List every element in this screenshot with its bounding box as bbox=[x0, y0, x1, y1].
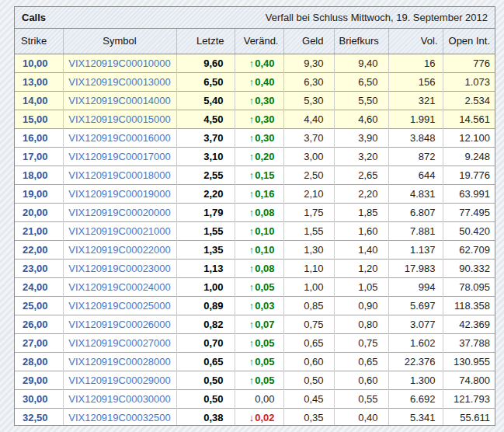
options-chain-table: Calls Verfall bei Schluss Mittwoch, 19. … bbox=[14, 6, 495, 426]
open-interest-cell: 118.358 bbox=[443, 296, 495, 315]
bid-cell: 0,85 bbox=[283, 296, 334, 315]
strike-cell[interactable]: 22,00 bbox=[15, 240, 63, 259]
open-interest-cell: 19.776 bbox=[443, 165, 495, 184]
strike-cell[interactable]: 30,00 bbox=[15, 389, 63, 408]
strike-cell[interactable]: 28,00 bbox=[15, 352, 63, 371]
bid-cell: 0,65 bbox=[283, 333, 334, 352]
volume-cell: 6.807 bbox=[388, 203, 443, 221]
ask-cell: 3,90 bbox=[334, 128, 388, 147]
open-interest-cell: 1.073 bbox=[443, 72, 495, 91]
symbol-link[interactable]: VIX120919C00032500 bbox=[63, 408, 176, 426]
column-header-open-int: Open Int. bbox=[443, 29, 495, 54]
last-price-cell: 2,20 bbox=[176, 184, 235, 203]
calls-title: Calls bbox=[22, 12, 46, 23]
last-price-cell: 3,70 bbox=[176, 128, 235, 147]
symbol-link[interactable]: VIX120919C00017000 bbox=[63, 147, 176, 165]
strike-cell[interactable]: 27,00 bbox=[15, 333, 63, 352]
change-value: 0,08 bbox=[255, 207, 274, 218]
volume-cell: 4.831 bbox=[388, 184, 443, 203]
change-cell: ↑0,16 bbox=[235, 184, 283, 203]
volume-cell: 1.137 bbox=[388, 240, 443, 259]
change-arrow-icon: ↑ bbox=[249, 151, 255, 162]
change-value: 0,02 bbox=[255, 412, 274, 423]
strike-cell[interactable]: 13,00 bbox=[15, 72, 63, 91]
last-price-cell: 0,70 bbox=[176, 333, 235, 352]
volume-cell: 1.602 bbox=[388, 333, 443, 352]
symbol-link[interactable]: VIX120919C00024000 bbox=[63, 277, 176, 296]
change-value: 0,30 bbox=[255, 95, 274, 106]
symbol-link[interactable]: VIX120919C00025000 bbox=[63, 296, 176, 315]
bid-cell: 0,45 bbox=[283, 389, 334, 408]
bid-cell: 1,55 bbox=[283, 221, 334, 240]
change-cell: ↑0,40 bbox=[235, 54, 283, 72]
volume-cell: 644 bbox=[388, 165, 443, 184]
option-row: 20,00 VIX120919C00020000 1,79 ↑0,08 1,75… bbox=[15, 203, 495, 221]
symbol-link[interactable]: VIX120919C00029000 bbox=[63, 371, 176, 389]
strike-cell[interactable]: 26,00 bbox=[15, 315, 63, 333]
symbol-link[interactable]: VIX120919C00013000 bbox=[63, 72, 176, 91]
change-arrow-icon: ↑ bbox=[249, 281, 255, 293]
column-header-letzte: Letzte bbox=[176, 29, 235, 54]
strike-cell[interactable]: 19,00 bbox=[15, 184, 63, 203]
option-row: 26,00 VIX120919C00026000 0,82 ↑0,07 0,75… bbox=[15, 315, 495, 333]
change-arrow-icon: ↑ bbox=[249, 375, 255, 386]
ask-cell: 0,65 bbox=[334, 352, 388, 371]
last-price-cell: 9,60 bbox=[176, 54, 235, 72]
change-arrow-icon: ↑ bbox=[249, 169, 255, 181]
change-arrow-icon: ↑ bbox=[249, 132, 255, 144]
option-row: 15,00 VIX120919C00015000 4,50 ↑0,30 4,40… bbox=[15, 110, 495, 128]
strike-cell[interactable]: 32,50 bbox=[15, 408, 63, 426]
symbol-link[interactable]: VIX120919C00027000 bbox=[63, 333, 176, 352]
change-cell: ↑0,05 bbox=[235, 333, 283, 352]
symbol-link[interactable]: VIX120919C00010000 bbox=[63, 54, 176, 72]
ask-cell: 0,80 bbox=[334, 315, 388, 333]
change-value: 0,40 bbox=[255, 57, 274, 69]
symbol-link[interactable]: VIX120919C00018000 bbox=[63, 165, 176, 184]
symbol-link[interactable]: VIX120919C00023000 bbox=[63, 259, 176, 277]
strike-cell[interactable]: 18,00 bbox=[15, 165, 63, 184]
ask-cell: 2,20 bbox=[334, 184, 388, 203]
strike-cell[interactable]: 21,00 bbox=[15, 221, 63, 240]
strike-cell[interactable]: 24,00 bbox=[15, 277, 63, 296]
volume-cell: 1.300 bbox=[388, 371, 443, 389]
symbol-link[interactable]: VIX120919C00014000 bbox=[63, 91, 176, 110]
symbol-link[interactable]: VIX120919C00022000 bbox=[63, 240, 176, 259]
change-cell: ↑0,10 bbox=[235, 221, 283, 240]
symbol-link[interactable]: VIX120919C00019000 bbox=[63, 184, 176, 203]
volume-cell: 5.697 bbox=[388, 296, 443, 315]
option-row: 22,00 VIX120919C00022000 1,35 ↑0,10 1,30… bbox=[15, 240, 495, 259]
symbol-link[interactable]: VIX120919C00015000 bbox=[63, 110, 176, 128]
strike-cell[interactable]: 25,00 bbox=[15, 296, 63, 315]
change-value: 0,10 bbox=[255, 225, 274, 237]
strike-cell[interactable]: 29,00 bbox=[15, 371, 63, 389]
bid-cell: 2,50 bbox=[283, 165, 334, 184]
last-price-cell: 0,89 bbox=[176, 296, 235, 315]
symbol-link[interactable]: VIX120919C00030000 bbox=[63, 389, 176, 408]
ask-cell: 1,20 bbox=[334, 259, 388, 277]
strike-cell[interactable]: 16,00 bbox=[15, 128, 63, 147]
strike-cell[interactable]: 10,00 bbox=[15, 54, 63, 72]
option-row: 25,00 VIX120919C00025000 0,89 ↑0,03 0,85… bbox=[15, 296, 495, 315]
symbol-link[interactable]: VIX120919C00026000 bbox=[63, 315, 176, 333]
volume-cell: 321 bbox=[388, 91, 443, 110]
option-row: 27,00 VIX120919C00027000 0,70 ↑0,05 0,65… bbox=[15, 333, 495, 352]
symbol-link[interactable]: VIX120919C00021000 bbox=[63, 221, 176, 240]
strike-cell[interactable]: 20,00 bbox=[15, 203, 63, 221]
symbol-link[interactable]: VIX120919C00020000 bbox=[63, 203, 176, 221]
page-background: Calls Verfall bei Schluss Mittwoch, 19. … bbox=[0, 0, 504, 432]
change-value: 0,10 bbox=[255, 244, 274, 256]
bid-cell: 1,00 bbox=[283, 277, 334, 296]
strike-cell[interactable]: 23,00 bbox=[15, 259, 63, 277]
strike-cell[interactable]: 15,00 bbox=[15, 110, 63, 128]
change-cell: ↑0,08 bbox=[235, 259, 283, 277]
ask-cell: 0,90 bbox=[334, 296, 388, 315]
table-titlebar: Calls Verfall bei Schluss Mittwoch, 19. … bbox=[15, 7, 495, 29]
strike-cell[interactable]: 14,00 bbox=[15, 91, 63, 110]
change-cell: ↑0,30 bbox=[235, 91, 283, 110]
symbol-link[interactable]: VIX120919C00028000 bbox=[63, 352, 176, 371]
strike-cell[interactable]: 17,00 bbox=[15, 147, 63, 165]
open-interest-cell: 776 bbox=[443, 54, 495, 72]
symbol-link[interactable]: VIX120919C00016000 bbox=[63, 128, 176, 147]
change-arrow-icon: ↑ bbox=[249, 244, 255, 256]
change-arrow-icon: ↑ bbox=[249, 76, 255, 88]
